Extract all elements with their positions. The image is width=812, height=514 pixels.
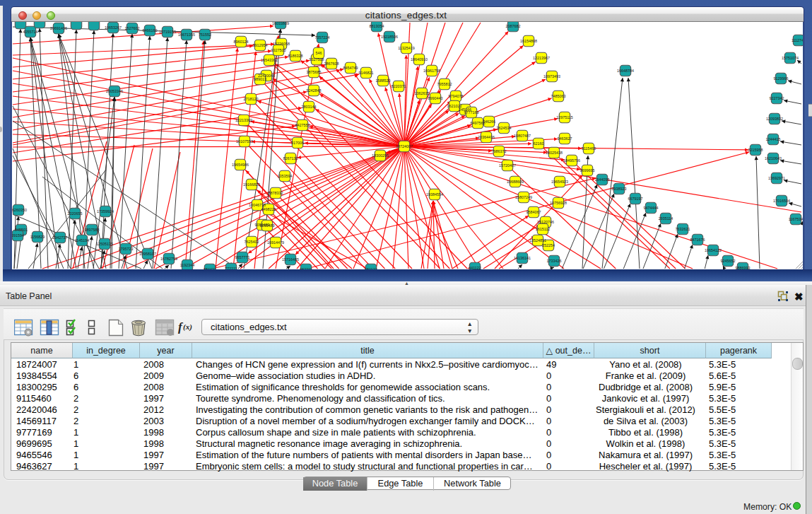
- svg-text:10756928: 10756928: [550, 201, 567, 205]
- svg-text:9242848: 9242848: [307, 88, 322, 93]
- svg-text:8960124: 8960124: [234, 40, 249, 44]
- svg-text:9897588: 9897588: [85, 228, 100, 232]
- svg-text:15807249: 15807249: [515, 195, 532, 199]
- svg-text:8938923: 8938923: [612, 187, 627, 191]
- svg-text:15226058: 15226058: [273, 42, 290, 46]
- svg-text:14136141: 14136141: [514, 256, 531, 260]
- svg-text:1145194: 1145194: [75, 238, 90, 243]
- svg-text:7986372: 7986372: [492, 149, 507, 153]
- svg-text:1615112: 1615112: [536, 227, 551, 231]
- svg-text:16120746: 16120746: [537, 220, 554, 224]
- svg-text:9657771: 9657771: [235, 255, 250, 259]
- svg-text:8454749: 8454749: [343, 66, 358, 70]
- svg-text:12213369: 12213369: [235, 118, 252, 122]
- svg-text:19654923: 19654923: [551, 180, 568, 184]
- svg-text:12505135: 12505135: [96, 242, 113, 246]
- svg-text:20364436: 20364436: [478, 135, 495, 139]
- svg-text:16914479: 16914479: [267, 240, 284, 245]
- svg-text:7955812: 7955812: [437, 82, 452, 86]
- svg-text:7485063: 7485063: [551, 94, 566, 98]
- svg-text:12213967: 12213967: [533, 56, 550, 60]
- svg-text:8990443: 8990443: [428, 96, 443, 100]
- svg-text:16782759: 16782759: [160, 257, 177, 261]
- svg-text:751552: 751552: [199, 33, 211, 37]
- svg-text:2087682: 2087682: [506, 24, 521, 28]
- svg-text:884422: 884422: [204, 267, 216, 269]
- svg-text:16210643: 16210643: [765, 156, 782, 160]
- svg-text:9327508: 9327508: [310, 57, 324, 62]
- svg-text:8186328: 8186328: [288, 54, 303, 58]
- svg-text:9227342: 9227342: [770, 96, 784, 100]
- svg-text:1733426: 1733426: [547, 259, 562, 263]
- svg-text:19218506: 19218506: [381, 35, 398, 39]
- svg-text:10958107: 10958107: [139, 252, 156, 256]
- svg-text:2935114: 2935114: [659, 216, 673, 221]
- svg-text:16961758: 16961758: [423, 69, 440, 73]
- svg-text:9245652: 9245652: [721, 259, 736, 263]
- svg-text:15716485: 15716485: [282, 257, 299, 262]
- svg-text:(x): (x): [183, 322, 192, 332]
- svg-text:1167534: 1167534: [789, 217, 803, 221]
- svg-text:845501: 845501: [15, 228, 28, 232]
- svg-text:2803144: 2803144: [302, 105, 317, 109]
- svg-text:20691406: 20691406: [50, 26, 67, 30]
- svg-text:3875685: 3875685: [307, 70, 322, 74]
- svg-text:989013: 989013: [254, 77, 266, 81]
- svg-text:8878332: 8878332: [269, 191, 283, 195]
- svg-text:1156829: 1156829: [30, 235, 45, 239]
- svg-text:3912954: 3912954: [253, 43, 268, 47]
- svg-text:9463627: 9463627: [558, 136, 572, 141]
- svg-text:9115460: 9115460: [582, 146, 596, 151]
- svg-text:2867608: 2867608: [324, 62, 339, 66]
- svg-text:10654122: 10654122: [705, 248, 722, 252]
- svg-text:1795723: 1795723: [119, 247, 134, 251]
- svg-text:16543362: 16543362: [261, 58, 278, 62]
- svg-text:26260350: 26260350: [12, 208, 27, 212]
- svg-text:1353594: 1353594: [278, 174, 293, 178]
- svg-text:9099489: 9099489: [260, 223, 275, 228]
- svg-text:62160: 62160: [534, 141, 544, 146]
- svg-text:15720407: 15720407: [499, 163, 516, 168]
- svg-text:13692971: 13692971: [768, 176, 785, 180]
- svg-text:7357224: 7357224: [315, 35, 330, 40]
- svg-text:12093832: 12093832: [766, 117, 783, 121]
- svg-text:546: 546: [316, 51, 322, 55]
- svg-text:19166825: 19166825: [243, 182, 260, 187]
- svg-text:551122: 551122: [365, 267, 377, 269]
- svg-text:18300295: 18300295: [372, 153, 389, 158]
- svg-text:391594: 391594: [12, 233, 24, 238]
- svg-text:441122: 441122: [469, 266, 481, 269]
- svg-text:9699695: 9699695: [580, 168, 595, 173]
- svg-text:16671355: 16671355: [178, 33, 195, 37]
- svg-text:10719155: 10719155: [159, 30, 176, 34]
- svg-text:16154808: 16154808: [520, 39, 537, 43]
- svg-text:8471676: 8471676: [690, 238, 705, 242]
- svg-text:9886993: 9886993: [736, 266, 751, 269]
- svg-text:9146821: 9146821: [359, 71, 374, 75]
- svg-text:17016504: 17016504: [773, 199, 790, 203]
- svg-text:10973493: 10973493: [543, 74, 560, 78]
- svg-text:12975115: 12975115: [556, 115, 573, 119]
- svg-text:13524851: 13524851: [529, 238, 546, 243]
- svg-text:1112741: 1112741: [792, 38, 803, 42]
- svg-text:19384554: 19384554: [426, 192, 443, 197]
- svg-text:8813054: 8813054: [370, 24, 384, 28]
- svg-text:18724007: 18724007: [396, 144, 413, 148]
- svg-text:8427552: 8427552: [295, 123, 310, 127]
- svg-text:10688609: 10688609: [507, 180, 524, 184]
- svg-text:7632621: 7632621: [676, 227, 690, 231]
- svg-text:8220371: 8220371: [392, 84, 406, 88]
- svg-text:1362635: 1362635: [415, 91, 430, 95]
- svg-text:1644095: 1644095: [595, 177, 610, 182]
- svg-text:20053346: 20053346: [106, 89, 123, 93]
- svg-text:2020655: 2020655: [68, 211, 83, 216]
- svg-text:19654986: 19654986: [232, 163, 249, 167]
- svg-text:9777169: 9777169: [464, 110, 479, 115]
- svg-text:2718120: 2718120: [244, 97, 259, 101]
- svg-text:10807487: 10807487: [514, 134, 531, 138]
- svg-text:6466160: 6466160: [143, 28, 158, 33]
- svg-text:1588520: 1588520: [376, 78, 391, 83]
- svg-text:10653267: 10653267: [105, 25, 122, 30]
- svg-text:9584067: 9584067: [526, 210, 541, 214]
- svg-text:1244415: 1244415: [766, 137, 781, 141]
